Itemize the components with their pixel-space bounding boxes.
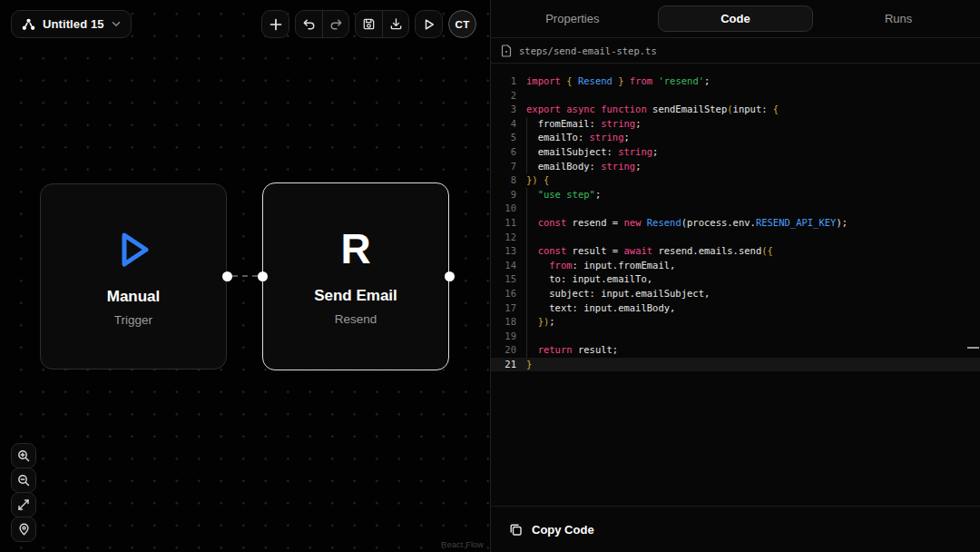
- code-line: 13 const result = await resend.emails.se…: [491, 244, 980, 259]
- node-subtitle: Resend: [263, 312, 448, 326]
- play-icon: [423, 18, 436, 31]
- history-button-group: [295, 10, 349, 38]
- download-icon: [389, 17, 403, 31]
- code-line: 14 from: input.fromEmail,: [491, 259, 980, 273]
- zoom-out-icon: [17, 474, 30, 487]
- workflow-title: Untitled 15: [43, 17, 104, 31]
- viewport-controls: [11, 444, 36, 542]
- code-line: 5 emailTo: string;: [491, 131, 980, 145]
- overview-ruler-cursor: [967, 347, 979, 349]
- code-line: 9 "use step";: [491, 188, 980, 202]
- download-button[interactable]: [382, 11, 408, 37]
- copy-code-label: Copy Code: [532, 523, 594, 537]
- tab-properties[interactable]: Properties: [491, 0, 654, 37]
- node-subtitle: Trigger: [41, 313, 226, 327]
- add-node-button[interactable]: [261, 10, 289, 38]
- save-button[interactable]: [356, 11, 382, 37]
- file-path-bar: steps/send-email-step.ts: [491, 38, 980, 64]
- code-line: 11 const resend = new Resend(process.env…: [491, 216, 980, 231]
- resend-logo: R: [263, 220, 448, 278]
- code-line: 16 subject: input.emailSubject,: [491, 287, 980, 301]
- react-flow-attribution[interactable]: React Flow: [441, 540, 484, 549]
- code-line: 2: [491, 89, 980, 104]
- chevron-down-icon: [112, 21, 121, 27]
- pin-icon: [18, 523, 30, 536]
- redo-icon: [329, 18, 343, 31]
- code-line: 10: [491, 202, 980, 216]
- file-name: steps/send-email-step.ts: [519, 45, 657, 56]
- tab-code[interactable]: Code: [654, 0, 818, 37]
- copy-code-button[interactable]: Copy Code: [491, 506, 980, 552]
- file-code-icon: [501, 44, 512, 57]
- redo-button[interactable]: [322, 11, 348, 37]
- file-button-group: [355, 10, 409, 38]
- code-line: 1import { Resend } from 'resend';: [491, 74, 980, 89]
- code-line: 7 emailBody: string;: [491, 160, 980, 174]
- zoom-out-button[interactable]: [11, 468, 36, 493]
- edge-connector: [232, 275, 258, 277]
- node-title: Manual: [41, 288, 226, 306]
- plus-icon: [270, 18, 282, 31]
- workflow-graph-icon: [22, 18, 35, 31]
- node-handle-target[interactable]: [258, 271, 268, 281]
- code-line: 3export async function sendEmailStep(inp…: [491, 103, 980, 117]
- active-tab-pill: Code: [658, 5, 814, 32]
- code-line: 8}) {: [491, 173, 980, 188]
- avatar-initials: CT: [456, 19, 470, 30]
- code-line: 18 });: [491, 315, 980, 330]
- code-line: 15 to: input.emailTo,: [491, 272, 980, 287]
- node-title: Send Email: [263, 287, 448, 305]
- zoom-in-button[interactable]: [11, 443, 36, 468]
- workflow-switcher-button[interactable]: Untitled 15: [11, 10, 132, 38]
- code-line: 19: [491, 330, 980, 344]
- node-manual-trigger[interactable]: Manual Trigger: [40, 183, 227, 370]
- run-workflow-button[interactable]: [415, 10, 443, 38]
- save-icon: [362, 17, 376, 31]
- code-line: 6 emailSubject: string;: [491, 145, 980, 160]
- node-send-email[interactable]: R Send Email Resend: [262, 182, 449, 370]
- code-editor[interactable]: 1import { Resend } from 'resend';23expor…: [491, 64, 980, 506]
- fit-view-button[interactable]: [11, 492, 36, 518]
- user-avatar[interactable]: CT: [448, 10, 476, 38]
- code-line: 4 fromEmail: string;: [491, 117, 980, 132]
- fit-view-icon: [17, 498, 30, 511]
- flow-canvas[interactable]: Untitled 15: [0, 0, 490, 552]
- play-icon: [41, 221, 226, 279]
- tab-runs[interactable]: Runs: [817, 0, 980, 37]
- code-line: 20 return result;: [491, 343, 980, 358]
- undo-button[interactable]: [296, 11, 322, 37]
- node-handle-source[interactable]: [445, 271, 455, 281]
- panel-tabs: Properties Code Runs: [491, 0, 980, 38]
- zoom-in-icon: [17, 449, 30, 462]
- code-line: 12: [491, 231, 980, 245]
- copy-icon: [509, 523, 523, 537]
- code-line: 17 text: input.emailBody,: [491, 301, 980, 316]
- undo-icon: [302, 18, 316, 31]
- inspector-panel: Properties Code Runs steps/send-email-st…: [490, 0, 980, 552]
- code-line: 21}: [491, 358, 980, 372]
- pin-button[interactable]: [11, 517, 36, 542]
- node-handle-source[interactable]: [222, 271, 232, 281]
- app-window: Untitled 15: [0, 0, 980, 552]
- canvas-toolbar: CT: [261, 10, 476, 38]
- code-lines: 1import { Resend } from 'resend';23expor…: [491, 74, 980, 371]
